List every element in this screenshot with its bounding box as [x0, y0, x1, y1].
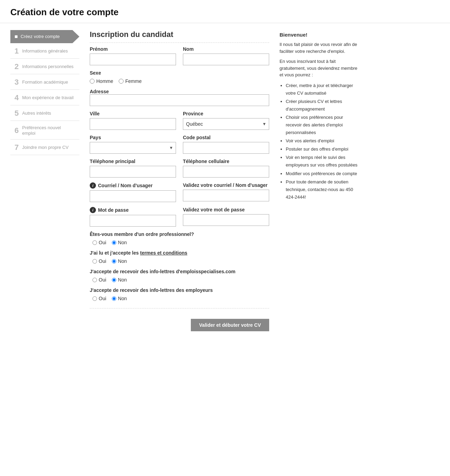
password-valider-input[interactable] — [183, 214, 269, 226]
ordre-oui-text: Oui — [99, 240, 106, 245]
ordre-professionnel-radio-group: Oui Non — [92, 240, 269, 245]
telephone-cellulaire-input[interactable] — [183, 166, 269, 178]
province-select[interactable]: Québec Ontario Colombie-Britannique Albe… — [183, 118, 269, 130]
province-group: Province Québec Ontario Colombie-Britann… — [183, 111, 269, 130]
ordre-oui-label[interactable]: Oui — [92, 240, 106, 245]
terms-oui-label[interactable]: Oui — [92, 258, 106, 264]
femme-radio[interactable] — [119, 79, 124, 84]
terms-oui-radio[interactable] — [92, 259, 97, 264]
right-panel-list-item-2: Créer plusieurs CV et lettres d'accompag… — [286, 98, 359, 113]
province-select-wrapper: Québec Ontario Colombie-Britannique Albe… — [183, 118, 269, 130]
femme-label: Femme — [125, 78, 141, 84]
homme-radio[interactable] — [90, 79, 95, 84]
sidebar-item-personal-info[interactable]: 2 Informations personnelles — [10, 59, 79, 74]
ordre-professionnel-question: Êtes-vous membre d'un ordre professionne… — [90, 231, 269, 237]
infolettre-emplois-oui-radio[interactable] — [92, 278, 97, 282]
pays-codepostal-row: Pays Canada France Code postal — [90, 135, 269, 154]
step-7-number: 7 — [14, 144, 19, 151]
ville-input[interactable] — [90, 118, 176, 130]
telephone-cellulaire-label: Téléphone cellulaire — [183, 159, 269, 164]
sidebar: ■ Créez votre compte 1 Informations géné… — [10, 30, 79, 331]
sidebar-item-work-experience[interactable]: 4 Mon expérience de travail — [10, 91, 79, 105]
sidebar-item-interests-label: Autres intérêts — [22, 111, 51, 116]
terms-question: J'ai lu et j'accepte les termes et condi… — [90, 250, 269, 256]
adresse-input[interactable] — [90, 94, 269, 106]
infolettre-emplois-radio-group: Oui Non — [92, 277, 269, 283]
nom-group: Nom — [183, 46, 269, 65]
infolettre-employeurs-oui-label[interactable]: Oui — [92, 296, 106, 301]
ville-province-row: Ville Province Québec Ontario Colombie-B… — [90, 111, 269, 130]
telephone-principal-input[interactable] — [90, 166, 176, 178]
prenom-input[interactable] — [90, 54, 176, 65]
femme-radio-label[interactable]: Femme — [119, 78, 141, 84]
telephone-row: Téléphone principal Téléphone cellulaire — [90, 159, 269, 178]
ordre-non-text: Non — [118, 240, 127, 245]
sidebar-item-academic[interactable]: 3 Formation académique — [10, 75, 79, 90]
terms-link[interactable]: termes et conditions — [140, 250, 187, 256]
pays-select-wrapper: Canada France — [90, 142, 176, 154]
right-panel-list-item-7: Modifier vos préférences de compte — [286, 170, 359, 178]
courriel-input[interactable] — [90, 190, 176, 202]
sidebar-item-cv[interactable]: 7 Joindre mon propre CV — [10, 140, 79, 155]
infolettre-employeurs-non-label[interactable]: Non — [112, 296, 127, 301]
terms-oui-text: Oui — [99, 258, 106, 264]
sexe-radio-group: Homme Femme — [90, 78, 269, 84]
infolettre-employeurs-oui-text: Oui — [99, 296, 106, 301]
courriel-valider-input[interactable] — [183, 190, 269, 201]
form-area: Inscription du candidat Prénom Nom Sexe … — [90, 30, 269, 331]
pays-select[interactable]: Canada France — [90, 142, 176, 154]
terms-non-label[interactable]: Non — [112, 258, 127, 264]
right-panel-list-item-4: Voir vos alertes d'emploi — [286, 137, 359, 145]
courriel-valider-group: Validez votre courriel / Nom d'usager — [183, 182, 269, 202]
password-valider-group: Validez votre mot de passe — [183, 207, 269, 227]
pays-label: Pays — [90, 135, 176, 140]
infolettre-emplois-non-label[interactable]: Non — [112, 277, 127, 283]
adresse-group: Adresse — [90, 89, 269, 106]
right-panel-list: Créer, mettre à jour et télécharger votr… — [280, 82, 359, 201]
ordre-non-label[interactable]: Non — [112, 240, 127, 245]
infolettre-emplois-oui-label[interactable]: Oui — [92, 277, 106, 283]
terms-section: J'ai lu et j'accepte les termes et condi… — [90, 250, 269, 264]
terms-non-radio[interactable] — [112, 259, 116, 264]
right-panel: Bienvenue! Il nous fait plaisir de vous … — [280, 30, 359, 331]
courriel-group: i Courriel / Nom d'usager — [90, 182, 176, 202]
right-panel-list-item-1: Créer, mettre à jour et télécharger votr… — [286, 82, 359, 97]
homme-radio-label[interactable]: Homme — [90, 78, 113, 84]
nom-label: Nom — [183, 46, 269, 52]
password-input[interactable] — [90, 215, 176, 227]
password-info-icon: i — [90, 207, 96, 213]
sidebar-item-general-info[interactable]: 1 Informations générales — [10, 44, 79, 59]
password-valider-label: Validez votre mot de passe — [183, 207, 269, 212]
ville-label: Ville — [90, 111, 176, 116]
terms-non-text: Non — [118, 258, 127, 264]
right-panel-paragraph1: Il nous fait plaisir de vous revoir afin… — [280, 41, 359, 55]
prenom-group: Prénom — [90, 46, 176, 65]
step-5-number: 5 — [14, 110, 19, 117]
right-panel-paragraph2: En vous inscrivant tout à fait gratuitem… — [280, 58, 359, 78]
infolettre-emplois-non-radio[interactable] — [112, 278, 116, 282]
courriel-valider-label: Validez votre courriel / Nom d'usager — [183, 182, 269, 188]
infolettre-emplois-section: J'accepte de recevoir des info-lettres d… — [90, 269, 269, 283]
infolettre-employeurs-question: J'accepte de recevoir des info-lettres d… — [90, 287, 269, 293]
sidebar-item-create-account[interactable]: ■ Créez votre compte — [10, 30, 79, 43]
sidebar-item-preferences[interactable]: 6 Préférences nouvel emploi — [10, 122, 79, 140]
submit-button[interactable]: Valider et débuter votre CV — [191, 319, 269, 331]
code-postal-group: Code postal — [183, 135, 269, 154]
code-postal-input[interactable] — [183, 142, 269, 154]
infolettre-emplois-non-text: Non — [118, 277, 127, 283]
sidebar-item-academic-label: Formation académique — [22, 79, 68, 85]
ordre-oui-radio[interactable] — [92, 240, 97, 245]
province-label: Province — [183, 111, 269, 116]
nom-input[interactable] — [183, 54, 269, 65]
sidebar-item-interests[interactable]: 5 Autres intérêts — [10, 106, 79, 121]
right-panel-list-item-6: Voir en temps réel le suivi des employeu… — [286, 154, 359, 169]
sidebar-item-preferences-label: Préférences nouvel emploi — [22, 125, 75, 136]
right-panel-list-item-8: Pour toute demande de soutien technique,… — [286, 178, 359, 201]
password-label: i Mot de passe — [90, 207, 176, 213]
infolettre-employeurs-oui-radio[interactable] — [92, 296, 97, 301]
infolettre-employeurs-section: J'accepte de recevoir des info-lettres d… — [90, 287, 269, 301]
submit-row: Valider et débuter votre CV — [90, 315, 269, 331]
ordre-non-radio[interactable] — [112, 240, 116, 245]
main-layout: ■ Créez votre compte 1 Informations géné… — [0, 23, 450, 338]
infolettre-employeurs-non-radio[interactable] — [112, 296, 116, 301]
